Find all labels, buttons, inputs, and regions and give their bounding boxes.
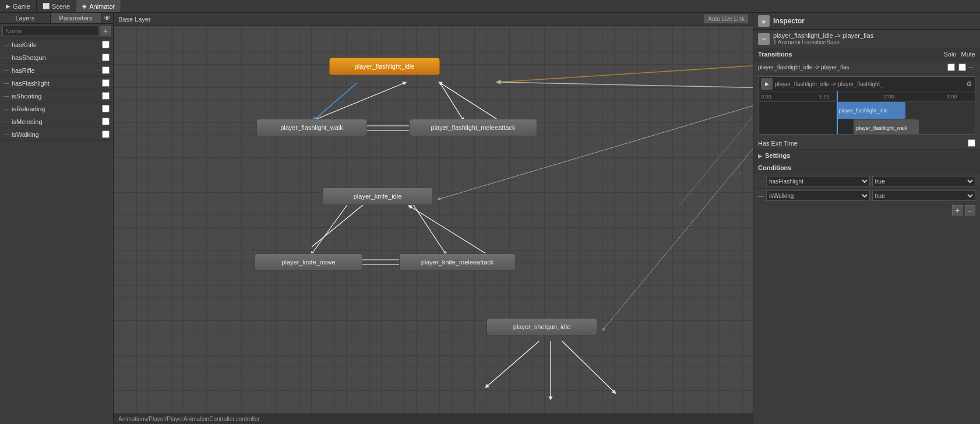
has-exit-row: Has Exit Time (753, 137, 980, 150)
transition-solo-checkbox[interactable] (947, 63, 955, 71)
svg-line-4 (498, 82, 753, 89)
list-item: — isReloading (0, 103, 113, 115)
param-checkbox[interactable] (102, 79, 110, 87)
svg-line-17 (410, 206, 487, 254)
svg-line-7 (440, 83, 463, 120)
animator-canvas[interactable]: Any State Entry player_flashlight_idle p… (114, 26, 753, 414)
svg-line-10 (440, 83, 498, 120)
condition-param-select-1[interactable]: hasFlashlight (766, 176, 870, 186)
remove-transition-button[interactable]: – (966, 62, 975, 72)
condition-add-row: + – (753, 203, 980, 217)
condition-dash-1: — (758, 178, 764, 185)
param-checkbox[interactable] (102, 54, 110, 61)
conditions-label: Conditions (758, 164, 791, 171)
transition-sub-text: 1 AnimatorTransitionBase (773, 39, 873, 45)
player-knife-idle-node[interactable]: player_knife_idle (322, 188, 433, 205)
list-item: — hasRifle (0, 64, 113, 77)
add-condition-button[interactable]: + (952, 205, 963, 215)
param-dash: — (3, 118, 9, 125)
param-name: hasRifle (12, 67, 102, 74)
inspector-panel: ◈ Inspector ⇒ player_flashlight_idle -> … (753, 13, 980, 424)
param-dash: — (3, 80, 9, 86)
timeline-block-1[interactable]: player_flashlight_idle (837, 102, 906, 119)
svg-line-12 (312, 199, 351, 254)
tab-game[interactable]: ▶ Game (0, 0, 37, 12)
param-name: hasKnife (12, 41, 102, 48)
timeline-block-row-1: player_flashlight_idle (759, 102, 975, 119)
player-knife-move-node[interactable]: player_knife_move (255, 253, 362, 271)
timeline-block-2[interactable]: player_flashlight_walk (854, 119, 918, 134)
settings-header[interactable]: ▶ Settings (753, 150, 980, 162)
eye-button[interactable]: 👁 (101, 13, 113, 23)
list-item: — isMeleeing (0, 115, 113, 128)
has-exit-label: Has Exit Time (758, 140, 968, 147)
list-item: — hasFlashlight (0, 77, 113, 90)
param-dash: — (3, 93, 9, 99)
param-dash: — (3, 105, 9, 112)
condition-dash-2: — (758, 193, 764, 199)
param-name: hasFlashlight (12, 80, 102, 87)
param-name: isShooting (12, 93, 102, 100)
player-flashlight-meleeattack-node[interactable]: player_flashlight_meleeattack (409, 119, 537, 136)
svg-line-18 (603, 96, 753, 330)
tab-layers[interactable]: Layers (0, 13, 51, 23)
param-checkbox[interactable] (102, 66, 110, 74)
solo-mute-labels: Solo Mute (944, 51, 976, 58)
svg-line-13 (312, 199, 370, 247)
left-panel: Layers Parameters 👁 + — hasKnife — hasSh… (0, 13, 114, 424)
main-layout: Layers Parameters 👁 + — hasKnife — hasSh… (0, 13, 980, 424)
tab-parameters[interactable]: Parameters (51, 13, 101, 23)
svg-line-22 (679, 63, 753, 206)
timeline-gap (837, 119, 854, 134)
auto-live-link-button[interactable]: Auto Live Link (704, 15, 748, 23)
timeline-cursor[interactable] (837, 91, 838, 101)
gear-button[interactable]: ⚙ (966, 80, 972, 88)
player-knife-meleeattack-node[interactable]: player_knife_meleeattack (399, 253, 516, 271)
param-checkbox[interactable] (102, 130, 110, 138)
has-exit-checkbox[interactable] (968, 139, 975, 147)
param-list: — hasKnife — hasShotgun — hasRifle — has… (0, 38, 113, 424)
transitions-header: Transitions Solo Mute (753, 48, 980, 61)
param-checkbox[interactable] (102, 105, 110, 112)
settings-label: Settings (765, 152, 790, 159)
timeline-spacer (759, 102, 837, 119)
param-checkbox[interactable] (102, 41, 110, 48)
list-item: — hasKnife (0, 38, 113, 51)
param-checkbox[interactable] (102, 92, 110, 100)
left-panel-tabs: Layers Parameters 👁 (0, 13, 113, 24)
tab-animator[interactable]: ◈ Animator (76, 0, 121, 12)
tab-scene[interactable]: ⬜ Scene (37, 0, 76, 12)
condition-row-1: — hasFlashlight true (753, 174, 980, 189)
svg-line-19 (487, 341, 539, 387)
svg-line-6 (314, 83, 405, 120)
condition-op-select-1[interactable]: true (872, 176, 976, 186)
condition-op-select-2[interactable]: true (872, 190, 976, 201)
transition-row: player_flashlight_idle -> player_flas – (753, 61, 980, 74)
remove-condition-button[interactable]: – (965, 205, 975, 215)
param-checkbox[interactable] (102, 118, 110, 125)
timeline-area[interactable]: 0:00 1:00 2:00 3:00 player_flashlight_id… (759, 91, 975, 134)
transition-mute-checkbox[interactable] (958, 63, 966, 71)
arrows-svg (114, 26, 753, 414)
transitions-label: Transitions (758, 51, 944, 58)
player-flashlight-idle-node[interactable]: player_flashlight_idle (329, 58, 440, 75)
condition-param-select-2[interactable]: isWalking (766, 190, 870, 201)
param-name: hasShotgun (12, 54, 102, 61)
player-flashlight-walk-node[interactable]: player_flashlight_walk (256, 119, 367, 136)
timeline-cursor-line[interactable] (837, 102, 838, 134)
list-item: — hasShotgun (0, 51, 113, 64)
param-dash: — (3, 131, 9, 137)
player-shotgun-idle-node[interactable]: player_shotgun_idle (487, 318, 597, 335)
timeline-marker-1: 1:00 (819, 94, 830, 100)
param-name: isWalking (12, 131, 102, 138)
scene-icon: ⬜ (43, 3, 50, 9)
svg-line-5 (314, 83, 357, 120)
search-input[interactable] (2, 26, 99, 36)
search-row: + (0, 24, 113, 38)
settings-arrow-icon: ▶ (758, 153, 763, 159)
svg-line-14 (410, 199, 446, 254)
inspector-header: ◈ Inspector (753, 13, 980, 30)
conditions-header: Conditions (753, 162, 980, 174)
add-param-button[interactable]: + (100, 26, 111, 36)
timeline-block-row-2: player_flashlight_walk (759, 119, 975, 134)
